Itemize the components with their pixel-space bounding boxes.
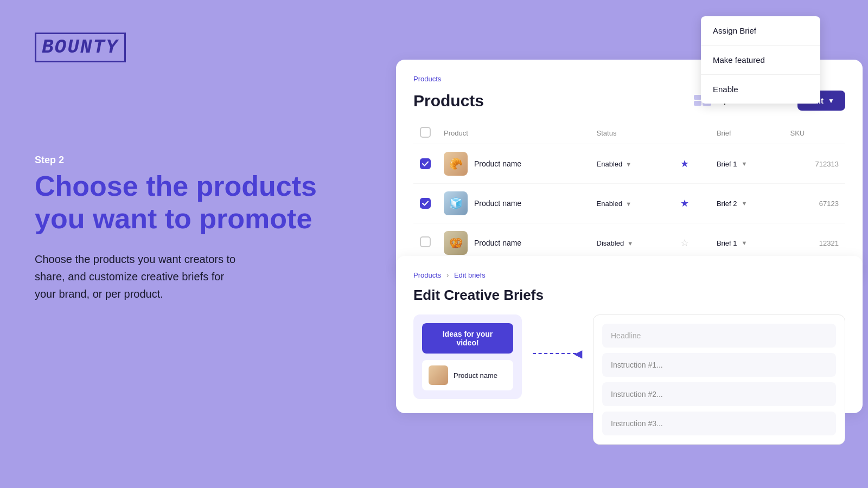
brief-cta-button[interactable]: Ideas for your video!: [422, 323, 513, 354]
brief-headline-field[interactable]: Headline: [602, 324, 836, 348]
sku-1: 712313: [783, 144, 845, 184]
status-chevron-3: ▼: [627, 240, 633, 247]
brief-right-panel: Headline Instruction #1... Instruction #…: [593, 314, 845, 445]
brief-product-name: Product name: [454, 371, 497, 380]
table-row: 🧊 Product name Enabled ▼ ★ Brief 2: [413, 184, 845, 223]
product-cell-3: 🥨 Product name: [444, 231, 584, 255]
briefs-breadcrumb: Products › Edit briefs: [413, 271, 845, 279]
star-3[interactable]: ☆: [680, 237, 689, 248]
brief-chevron-3: ▼: [742, 240, 748, 246]
status-2: Enabled ▼: [597, 200, 632, 208]
status-3: Disabled ▼: [597, 239, 633, 247]
product-thumb-1: 🥐: [444, 152, 468, 176]
left-panel: BOUNTY Step 2 Choose the products you wa…: [35, 33, 349, 303]
col-brief: Brief: [710, 123, 784, 144]
arrow-connector: ◀: [533, 347, 582, 360]
right-panel: Assign Brief Make featured Enable Produc…: [380, 0, 868, 488]
svg-rect-0: [694, 95, 701, 100]
brief-left-panel: Ideas for your video! Product name: [413, 314, 522, 399]
status-chevron-1: ▼: [626, 161, 631, 168]
briefs-content: Ideas for your video! Product name ◀ Hea…: [413, 314, 845, 445]
select-all-checkbox[interactable]: [420, 127, 431, 138]
brief-cell-2: Brief 2 ▼: [717, 200, 777, 208]
col-brief-header: [674, 123, 710, 144]
dropdown-menu: Assign Brief Make featured Enable: [701, 16, 820, 104]
brief-chevron-2: ▼: [742, 200, 748, 207]
brief-instruction-2-field[interactable]: Instruction #2...: [602, 382, 836, 406]
briefs-card: Products › Edit briefs Edit Creative Bri…: [396, 256, 863, 413]
row-3-checkbox[interactable]: [420, 236, 431, 247]
brief-cell-1: Brief 1 ▼: [717, 160, 777, 168]
brief-instruction-1-field[interactable]: Instruction #1...: [602, 353, 836, 377]
col-product: Product: [437, 123, 590, 144]
product-thumb-3: 🥨: [444, 231, 468, 255]
col-status: Status: [590, 123, 674, 144]
dropdown-item-assign-brief[interactable]: Assign Brief: [701, 16, 820, 46]
product-name-2: Product name: [474, 199, 521, 208]
dropdown-item-enable[interactable]: Enable: [701, 75, 820, 104]
brief-product-preview: Product name: [422, 360, 513, 390]
brief-cell-3: Brief 1 ▼: [717, 239, 777, 247]
bc-products: Products: [413, 271, 441, 279]
star-2[interactable]: ★: [680, 198, 689, 209]
briefs-title: Edit Creative Briefs: [413, 287, 845, 304]
svg-rect-2: [694, 101, 701, 106]
bc-edit: Edit briefs: [454, 271, 486, 279]
bc-separator: ›: [446, 271, 449, 279]
step-label: Step 2: [35, 155, 349, 166]
brief-chevron-1: ▼: [742, 160, 748, 167]
logo: BOUNTY: [35, 33, 126, 62]
main-heading: Choose the products you want to promote: [35, 170, 349, 235]
product-thumb-2: 🧊: [444, 191, 468, 215]
product-cell-1: 🥐 Product name: [444, 152, 584, 176]
sku-2: 67123: [783, 184, 845, 223]
product-name-3: Product name: [474, 239, 521, 247]
table-row: 🥐 Product name Enabled ▼ ★ Brief 1: [413, 144, 845, 184]
arrow-head-icon: ◀: [574, 347, 582, 360]
status-1: Enabled ▼: [597, 160, 632, 168]
row-1-checkbox[interactable]: [420, 158, 431, 169]
row-2-checkbox[interactable]: [420, 198, 431, 209]
products-table: Product Status Brief SKU �: [413, 123, 845, 262]
col-sku: SKU: [783, 123, 845, 144]
brief-instruction-3-field[interactable]: Instruction #3...: [602, 412, 836, 435]
product-name-1: Product name: [474, 159, 521, 168]
brief-product-thumb: [429, 365, 448, 385]
status-chevron-2: ▼: [626, 201, 631, 207]
edit-chevron-icon: ▼: [828, 97, 834, 105]
dropdown-item-make-featured[interactable]: Make featured: [701, 46, 820, 75]
dashed-line: [533, 353, 576, 354]
star-1[interactable]: ★: [680, 158, 689, 169]
products-title: Products: [413, 92, 484, 110]
product-cell-2: 🧊 Product name: [444, 191, 584, 215]
sub-text: Choose the products you want creators to…: [35, 251, 349, 303]
